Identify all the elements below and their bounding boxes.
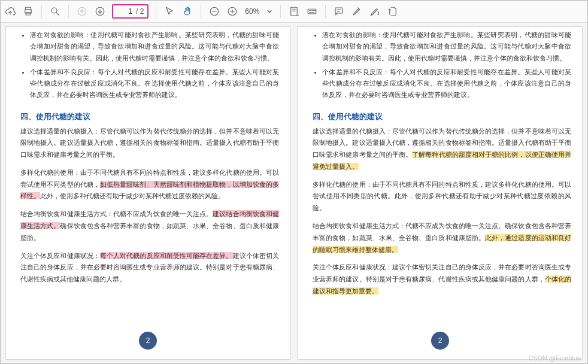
paragraph: 建议选择适量的代糖摄入：尽管代糖可以作为替代传统糖分的选择，但并不意味着可以无限… (313, 126, 571, 173)
list-item: 个体差异和不良反应：每个人对代糖的反应和耐受性可能存在差异。某些人可能对某些代糖… (30, 66, 279, 101)
text: 此外，使用多种代糖还有助于减少对某种代糖过度依赖的风险。 (40, 192, 225, 199)
paragraph: 关注个体反应和健康状况：每个人对代糖的反应和耐受性可能存在差异。建议个体密切关注… (20, 250, 279, 286)
zoom-in-icon[interactable] (226, 5, 238, 17)
draw-icon[interactable] (369, 5, 381, 17)
highlight-icon[interactable] (351, 5, 363, 17)
bullet-list: 潜在对食欲的影响：使用代糖可能对食欲产生影响。某些研究表明，代糖的甜味可能会增加… (30, 29, 279, 104)
separator (201, 5, 201, 18)
page-input[interactable] (117, 7, 134, 16)
paragraph: 关注个体反应和健康状况：建议个体密切关注自己的身体反应，并在必要时咨询医生或专业… (313, 262, 571, 297)
svg-point-3 (51, 8, 57, 13)
list-item: 个体差异和不良反应：每个人对代糖的反应和耐受性可能存在差异。某些人可能对某些代糖… (322, 66, 571, 101)
print-icon[interactable] (22, 5, 34, 17)
paragraph: 多样化代糖的使用：由于不同代糖具有不同的特点和性质，建议多样化代糖的使用。可以尝… (20, 167, 279, 202)
pointer-icon[interactable] (163, 5, 175, 17)
pdf-viewer: { "toolbar":{ "page_current":"1", "page_… (0, 0, 588, 364)
search-icon[interactable] (49, 5, 61, 17)
svg-rect-12 (291, 7, 298, 16)
page-spread: 潜在对食欲的影响：使用代糖可能对食欲产生影响。某些研究表明，代糖的甜味可能会增加… (1, 23, 587, 363)
keyboard-icon[interactable] (306, 5, 318, 17)
paragraph: 结合均衡饮食和健康生活方式：代糖不应成为饮食的唯一关注点。确保饮食包含各种营养丰… (313, 220, 571, 256)
svg-rect-13 (308, 9, 317, 14)
page-total: / 2 (136, 7, 144, 16)
page-layout-icon[interactable] (288, 5, 300, 17)
list-item: 潜在对食欲的影响：使用代糖可能对食欲产生影响。某些研究表明，代糖的甜味可能会增加… (322, 29, 571, 64)
svg-line-4 (56, 13, 59, 15)
page-left: 潜在对食欲的影响：使用代糖可能对食欲产生影响。某些研究表明，代糖的甜味可能会增加… (5, 26, 290, 360)
page-number-box: / 2 (112, 4, 148, 19)
text: 结合均衡饮食和健康生活方式：代糖不应成为饮食的唯一关注点。 (20, 210, 213, 217)
svg-rect-14 (335, 8, 343, 13)
comment-icon[interactable] (333, 5, 345, 17)
toolbar: / 2 60% (1, 1, 587, 23)
svg-rect-2 (26, 13, 31, 16)
zoom-value: 60% (245, 7, 264, 16)
paragraph: 建议选择适量的代糖摄入：尽管代糖可以作为替代传统糖分的选择，但并不意味着可以无限… (20, 126, 279, 161)
page-number-badge: 2 (139, 332, 157, 350)
zoom-out-icon[interactable] (208, 5, 220, 17)
paragraph: 结合均衡饮食和健康生活方式：代糖不应成为饮食的唯一关注点。建议结合均衡饮食和健康… (20, 208, 279, 244)
page-right: 潜在对食欲的影响：使用代糖可能对食欲产生影响。某些研究表明，代糖的甜味可能会增加… (298, 26, 583, 360)
separator (41, 5, 42, 18)
separator (156, 5, 156, 18)
section-heading: 四、使用代糖的建议 (313, 112, 571, 122)
page-number-badge: 2 (431, 332, 449, 350)
file-tool-icon[interactable] (387, 5, 399, 17)
cloud-upload-icon[interactable] (4, 5, 16, 17)
hand-tool-icon[interactable] (181, 5, 193, 17)
chevron-down-icon (266, 8, 272, 14)
text: 关注个体反应和健康状况： (20, 252, 100, 259)
paragraph: 多样化代糖的使用：由于不同代糖具有不同的特点和性质，建议多样化代糖的使用。可以尝… (313, 179, 571, 214)
list-item: 潜在对食欲的影响：使用代糖可能对食欲产生影响。某些研究表明，代糖的甜味可能会增加… (30, 29, 279, 64)
separator (68, 5, 69, 18)
bullet-list: 潜在对食欲的影响：使用代糖可能对食欲产生影响。某些研究表明，代糖的甜味可能会增加… (322, 29, 571, 104)
text: 关注个体反应和健康状况：建议个体密切关注自己的身体反应，并在必要时咨询医生或专业… (313, 263, 571, 283)
separator (280, 5, 281, 18)
page-up-icon[interactable] (76, 5, 88, 17)
zoom-select[interactable]: 60% (244, 7, 273, 16)
watermark: CSDN @Eiceblue (528, 354, 581, 362)
page-down-icon[interactable] (94, 5, 106, 17)
section-heading: 四、使用代糖的建议 (20, 112, 279, 122)
highlight-pink: 每个人对代糖的反应和耐受性可能存在差异。 (100, 252, 233, 259)
separator (325, 5, 326, 18)
